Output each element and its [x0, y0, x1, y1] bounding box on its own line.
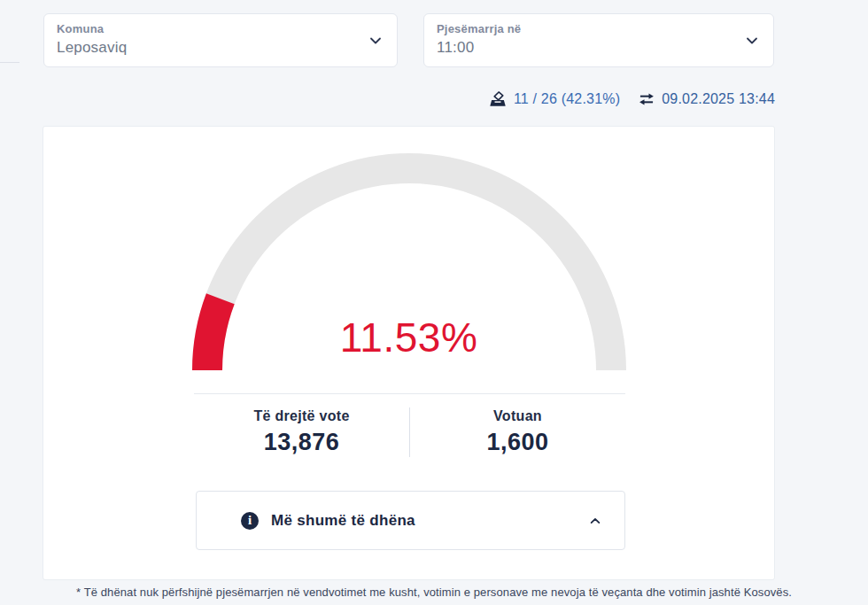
eligible-voters-stat: Të drejtë vote 13,876 — [194, 407, 409, 458]
voted-label: Votuan — [410, 407, 625, 426]
stats-row: Të drejtë vote 13,876 Votuan 1,600 — [194, 407, 625, 458]
more-data-label: Më shumë të dhëna — [271, 512, 589, 530]
voted-value: 1,600 — [410, 428, 625, 456]
more-data-toggle[interactable]: i Më shumë të dhëna — [196, 491, 625, 550]
time-select[interactable]: Pjesëmarrja në 11:00 — [423, 13, 774, 67]
status-bar: 11 / 26 (42.31%) 09.02.2025 13:44 — [488, 89, 775, 109]
komuna-select-label: Komuna — [57, 21, 361, 37]
chevron-down-icon — [368, 34, 383, 48]
last-updated-text: 09.02.2025 13:44 — [662, 91, 775, 107]
chevron-up-icon — [589, 515, 601, 527]
voted-stat: Votuan 1,600 — [410, 407, 625, 458]
eligible-voters-value: 13,876 — [194, 428, 409, 456]
footnote: * Të dhënat nuk përfshijnë pjesëmarrjen … — [0, 586, 868, 599]
swap-arrows-icon — [638, 90, 655, 108]
horizontal-divider — [194, 393, 625, 394]
last-updated: 09.02.2025 13:44 — [638, 90, 775, 108]
left-edge-divider — [0, 62, 19, 63]
info-icon: i — [241, 512, 259, 530]
time-select-label: Pjesëmarrja në — [437, 21, 738, 37]
time-select-value: 11:00 — [437, 37, 738, 58]
komuna-select[interactable]: Komuna Leposaviq — [43, 13, 398, 67]
stations-counted: 11 / 26 (42.31%) — [488, 89, 620, 109]
stations-counted-text: 11 / 26 (42.31%) — [514, 91, 620, 107]
ballot-box-icon — [488, 89, 508, 109]
eligible-voters-label: Të drejtë vote — [194, 407, 409, 426]
chevron-down-icon — [745, 34, 759, 48]
komuna-select-value: Leposaviq — [57, 37, 361, 58]
turnout-percentage: 11.53% — [43, 314, 774, 361]
results-card: 11.53% Të drejtë vote 13,876 Votuan 1,60… — [43, 126, 775, 580]
